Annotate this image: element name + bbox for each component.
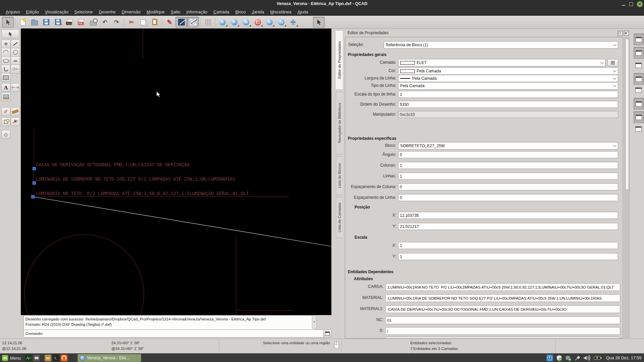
s-attribute-input[interactable] — [385, 327, 620, 335]
close-icon[interactable] — [637, 1, 643, 7]
polyline-tool-button[interactable] — [1, 65, 10, 73]
cut-button[interactable]: ✂ — [125, 17, 137, 27]
line-mode-button[interactable] — [175, 17, 187, 27]
block-grip[interactable] — [33, 181, 36, 185]
save-button[interactable] — [40, 17, 52, 27]
zoom-selection-button[interactable] — [252, 17, 264, 27]
menu-dimensao[interactable]: Dimensão — [119, 9, 144, 15]
block-tool-button[interactable] — [1, 117, 10, 126]
columns-input[interactable] — [398, 162, 618, 169]
pan-button[interactable] — [287, 17, 299, 27]
lineweight-combo[interactable]: Pela Camada — [398, 75, 618, 82]
close-panel-icon[interactable] — [624, 31, 629, 36]
grid-toggle-button[interactable] — [202, 17, 214, 27]
paste-button[interactable] — [149, 17, 161, 27]
show-desktop-icon[interactable] — [33, 355, 40, 361]
auto-zoom-button[interactable]: ↻ — [240, 17, 252, 27]
command-history[interactable]: Desenho carregado com sucesso: /home/joa… — [23, 315, 315, 330]
redo-button[interactable]: ↷ — [111, 17, 122, 27]
draw-order-input[interactable] — [398, 101, 618, 108]
tab-library-browser[interactable]: Navegador de Biblioteca — [336, 92, 343, 154]
modify-tool-button[interactable]: ✐ — [1, 107, 10, 116]
carga-attribute-input[interactable] — [385, 283, 620, 291]
dropbox-sync-icon[interactable] — [565, 355, 572, 361]
image-tool-button[interactable] — [1, 93, 10, 101]
column-spacing-input[interactable] — [398, 183, 618, 190]
menu-modifique[interactable]: Modifique — [144, 9, 168, 15]
layer-combo[interactable]: ELET — [398, 59, 605, 66]
tab-layer-list[interactable]: Lista de Camadas — [336, 197, 343, 238]
dock-button-2[interactable] — [634, 47, 644, 59]
cad-text-entity[interactable]: LUMINÁRIA DE SOBREPOR NO TETO SOQ.E27 P/… — [36, 176, 235, 182]
shape-tool-button[interactable]: ⬡▭ — [11, 65, 20, 73]
panel-scrollbar[interactable] — [625, 38, 630, 338]
selection-pointer-button[interactable] — [2, 17, 14, 27]
tab-block-list[interactable]: Lista de Blocos — [336, 156, 343, 195]
menu-salto[interactable]: Salto — [168, 9, 183, 15]
menu-desenhe[interactable]: Desenhe — [96, 9, 119, 15]
block-combo[interactable]: SOBRETETO_E27_25W — [398, 142, 618, 149]
block-grip[interactable] — [33, 167, 36, 170]
shield-check-icon[interactable] — [556, 355, 562, 361]
nc-attribute-input[interactable] — [385, 316, 620, 324]
ellipse-tool-button[interactable] — [1, 56, 10, 65]
selection-combo[interactable]: Referência de Bloco (1) — [384, 41, 618, 49]
orange-app-icon[interactable] — [61, 355, 67, 361]
open-file-button[interactable] — [29, 17, 40, 27]
taskbar-clock[interactable]: Qua 28 Dez, 17:59 — [606, 356, 641, 360]
color-combo[interactable]: Pela Camada — [398, 67, 618, 75]
command-input[interactable] — [43, 331, 324, 336]
position-x-input[interactable] — [398, 212, 618, 219]
row-spacing-input[interactable] — [398, 194, 618, 201]
position-y-input[interactable] — [398, 223, 618, 230]
system-monitor-icon[interactable] — [25, 355, 32, 361]
cad-text-entity[interactable]: CAIXA DE DERIVAÇÃO OCTOGONAL FMD;1;UN;CA… — [36, 162, 190, 167]
point-tool-button[interactable]: ✛ — [1, 40, 10, 48]
pointer-tool-button[interactable] — [313, 17, 325, 27]
spline-tool-button[interactable]: ∞ — [11, 56, 20, 65]
terminal-icon[interactable]: $_ — [53, 355, 59, 361]
network-plug-icon[interactable] — [575, 355, 580, 361]
zoom-window-button[interactable]: ▭ — [275, 17, 287, 27]
linetype-scale-input[interactable] — [398, 91, 618, 98]
battery-icon[interactable] — [594, 356, 602, 360]
draw-pencil-button[interactable]: ✎ — [164, 17, 175, 27]
text-tool-button[interactable]: A — [1, 83, 10, 92]
history-scrollbar[interactable] — [312, 315, 317, 329]
menu-edicao[interactable]: Edição — [23, 9, 42, 15]
menu-informacao[interactable]: Informação — [183, 9, 211, 15]
menu-selecione[interactable]: Selecione — [71, 9, 96, 15]
dock-button-7[interactable] — [634, 111, 644, 123]
clock-applet-icon[interactable] — [546, 355, 553, 361]
scale-x-input[interactable] — [398, 242, 618, 249]
float-panel-icon[interactable] — [618, 31, 623, 36]
print-preview-button[interactable] — [87, 17, 99, 27]
block-grip[interactable] — [31, 195, 35, 198]
menu-visualizacao[interactable]: Visualização — [42, 9, 71, 15]
circle-tool-button[interactable] — [11, 48, 20, 57]
arc-tool-button[interactable] — [1, 48, 10, 57]
mint-menu-button[interactable]: m Menu — [0, 354, 24, 362]
menu-camada[interactable]: Camada — [210, 9, 232, 15]
scale-y-input[interactable] — [398, 253, 618, 260]
rows-input[interactable] — [398, 173, 618, 180]
solid-tool-button[interactable]: ◇ — [1, 130, 10, 139]
pdf-export-button[interactable]: PDF — [75, 17, 87, 27]
circle-mode-button[interactable] — [187, 17, 199, 27]
line-tool-button[interactable] — [11, 40, 20, 48]
back-menu-button[interactable] — [2, 29, 19, 38]
menu-ajuda[interactable]: Ajuda — [294, 9, 311, 15]
zoom-in-button[interactable]: + — [217, 17, 228, 27]
volume-icon[interactable] — [583, 355, 591, 361]
previous-view-button[interactable]: ← — [264, 17, 275, 27]
menu-bloco[interactable]: Bloco — [232, 9, 249, 15]
drawing-canvas[interactable]: CAIXA DE DERIVAÇÃO OCTOGONAL FMD;1;UN;CA… — [21, 28, 331, 315]
material1-attribute-input[interactable] — [385, 305, 620, 313]
dock-button-8[interactable] — [634, 123, 643, 134]
copy-button[interactable] — [137, 17, 149, 27]
tab-property-editor[interactable]: Editor de Propriedades — [336, 30, 343, 90]
svg-export-button[interactable]: SVG — [64, 17, 75, 27]
menu-janela[interactable]: Janela — [249, 9, 267, 15]
snap-tool-button[interactable] — [11, 117, 20, 126]
zoom-out-button[interactable]: − — [228, 17, 240, 27]
